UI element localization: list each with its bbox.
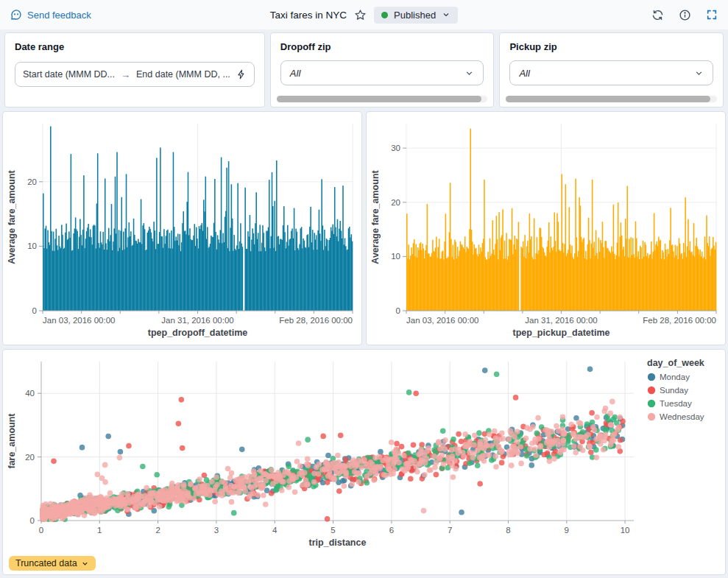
svg-text:2: 2 bbox=[155, 526, 160, 535]
bar-charts-row: 01020Jan 03, 2016 00:00Jan 31, 2016 00:0… bbox=[2, 111, 726, 345]
svg-text:Jan 31, 2016 00:00: Jan 31, 2016 00:00 bbox=[161, 316, 233, 325]
svg-text:Feb 28, 2016 00:00: Feb 28, 2016 00:00 bbox=[643, 316, 716, 325]
svg-text:tpep_pickup_datetime: tpep_pickup_datetime bbox=[513, 328, 610, 338]
svg-text:20: 20 bbox=[25, 453, 35, 462]
chevron-down-icon bbox=[464, 68, 474, 78]
svg-text:20: 20 bbox=[391, 198, 400, 207]
dropoff-bar-chart[interactable]: 01020Jan 03, 2016 00:00Jan 31, 2016 00:0… bbox=[4, 113, 361, 345]
scrollbar-thumb[interactable] bbox=[506, 96, 710, 102]
svg-text:Monday: Monday bbox=[660, 373, 690, 381]
svg-text:7: 7 bbox=[448, 526, 452, 535]
svg-text:8: 8 bbox=[506, 526, 510, 535]
pickup-zip-select[interactable]: All bbox=[509, 60, 713, 85]
favorite-star-icon[interactable] bbox=[354, 9, 367, 21]
send-feedback-label: Send feedback bbox=[27, 10, 91, 21]
svg-text:10: 10 bbox=[391, 252, 400, 261]
date-arrow-icon: → bbox=[121, 69, 130, 80]
fullscreen-icon[interactable] bbox=[706, 9, 718, 21]
dropoff-zip-value: All bbox=[290, 68, 300, 79]
published-status-dot bbox=[381, 12, 388, 18]
horizontal-scrollbar[interactable] bbox=[277, 96, 488, 102]
svg-text:Jan 03, 2016 00:00: Jan 03, 2016 00:00 bbox=[43, 316, 115, 325]
end-date-placeholder: End date (MMM DD, ... bbox=[136, 69, 230, 80]
svg-text:5: 5 bbox=[331, 526, 335, 535]
scatter-legend: day_of_weekMondaySundayTuesdayWednesday bbox=[647, 358, 704, 421]
svg-text:0: 0 bbox=[30, 516, 35, 525]
filter-card-dropoff-zip: Dropoff zip All bbox=[270, 32, 495, 108]
scatter-chart-card: 02040012345678910trip_distancefare_amoun… bbox=[2, 349, 726, 575]
refresh-icon[interactable] bbox=[651, 9, 664, 21]
chevron-down-icon bbox=[81, 560, 89, 568]
date-range-label: Date range bbox=[15, 41, 255, 52]
dropoff-chart-card: 01020Jan 03, 2016 00:00Jan 31, 2016 00:0… bbox=[2, 111, 362, 345]
chevron-down-icon bbox=[442, 10, 450, 19]
publish-status-label: Published bbox=[394, 10, 436, 21]
svg-text:Average fare_amount: Average fare_amount bbox=[7, 169, 17, 264]
chevron-down-icon bbox=[694, 68, 704, 78]
pickup-bar-chart[interactable]: 0102030Jan 03, 2016 00:00Jan 31, 2016 00… bbox=[368, 113, 725, 345]
info-icon[interactable] bbox=[679, 9, 691, 21]
svg-text:30: 30 bbox=[391, 144, 400, 152]
svg-text:3: 3 bbox=[214, 526, 219, 535]
top-bar: Send feedback Taxi fares in NYC Publishe… bbox=[0, 0, 728, 29]
svg-text:0: 0 bbox=[396, 306, 400, 315]
svg-text:Wednesday: Wednesday bbox=[660, 412, 704, 421]
svg-text:40: 40 bbox=[25, 389, 35, 398]
svg-text:0: 0 bbox=[39, 526, 43, 535]
pickup-chart-card: 0102030Jan 03, 2016 00:00Jan 31, 2016 00… bbox=[366, 111, 726, 345]
page-title: Taxi fares in NYC bbox=[270, 10, 347, 21]
fare-distance-scatter-chart[interactable]: 02040012345678910trip_distancefare_amoun… bbox=[4, 351, 725, 554]
filter-card-pickup-zip: Pickup zip All bbox=[499, 32, 724, 108]
send-feedback-link[interactable]: Send feedback bbox=[10, 9, 91, 21]
svg-text:trip_distance: trip_distance bbox=[309, 538, 367, 548]
pickup-zip-value: All bbox=[519, 68, 529, 79]
svg-text:4: 4 bbox=[272, 526, 278, 535]
svg-text:6: 6 bbox=[389, 526, 394, 535]
svg-text:1: 1 bbox=[97, 526, 102, 535]
svg-text:Tuesday: Tuesday bbox=[660, 399, 692, 408]
svg-text:Feb 28, 2016 00:00: Feb 28, 2016 00:00 bbox=[279, 316, 353, 325]
svg-text:day_of_week: day_of_week bbox=[647, 358, 704, 368]
date-range-input[interactable]: Start date (MMM DD... → End date (MMM DD… bbox=[15, 62, 255, 87]
svg-text:fare_amount: fare_amount bbox=[7, 413, 17, 469]
filter-row: Date range Start date (MMM DD... → End d… bbox=[4, 32, 724, 108]
scrollbar-thumb[interactable] bbox=[277, 96, 481, 102]
dropoff-zip-label: Dropoff zip bbox=[280, 41, 484, 52]
truncated-data-badge[interactable]: Truncated data bbox=[9, 556, 96, 571]
svg-text:Sunday: Sunday bbox=[660, 386, 688, 395]
svg-text:Jan 31, 2016 00:00: Jan 31, 2016 00:00 bbox=[525, 316, 597, 325]
pickup-zip-label: Pickup zip bbox=[509, 41, 713, 52]
svg-text:10: 10 bbox=[621, 526, 630, 535]
start-date-placeholder: Start date (MMM DD... bbox=[23, 69, 115, 80]
filter-card-date-range: Date range Start date (MMM DD... → End d… bbox=[4, 32, 265, 108]
svg-text:20: 20 bbox=[27, 177, 37, 186]
horizontal-scrollbar[interactable] bbox=[506, 96, 717, 102]
svg-text:10: 10 bbox=[27, 242, 37, 250]
svg-text:Jan 03, 2016 00:00: Jan 03, 2016 00:00 bbox=[406, 316, 478, 325]
svg-text:tpep_dropoff_datetime: tpep_dropoff_datetime bbox=[148, 328, 247, 338]
feedback-bubble-icon bbox=[10, 9, 22, 21]
truncated-data-label: Truncated data bbox=[15, 558, 77, 568]
svg-text:9: 9 bbox=[565, 526, 569, 535]
publish-status-dropdown[interactable]: Published bbox=[374, 7, 458, 24]
dropoff-zip-select[interactable]: All bbox=[280, 60, 484, 85]
svg-text:0: 0 bbox=[32, 306, 37, 315]
svg-text:Average fare_amount: Average fare_amount bbox=[370, 169, 381, 264]
lightning-bolt-icon[interactable] bbox=[236, 69, 247, 80]
